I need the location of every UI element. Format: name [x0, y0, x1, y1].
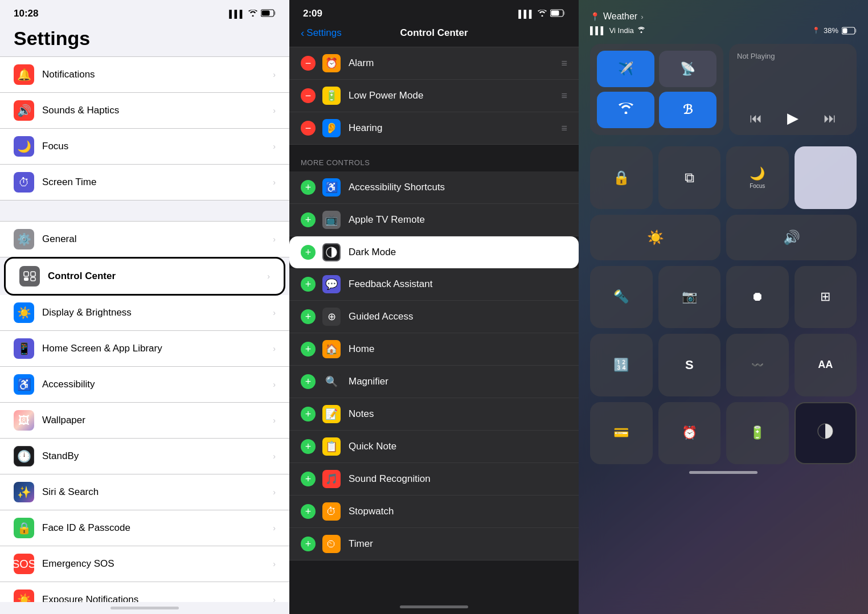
textsize-tile[interactable]: AA	[795, 334, 857, 396]
cc-item-stopwatch[interactable]: + ⏱ Stopwatch	[289, 496, 579, 528]
settings-item-sos[interactable]: SOS Emergency SOS ›	[0, 546, 289, 582]
settings-item-homescreen[interactable]: 📱 Home Screen & App Library ›	[0, 331, 289, 367]
shazam-tile[interactable]: S	[658, 334, 721, 396]
soundrec-tile[interactable]: 〰️	[726, 334, 789, 396]
cc-item-alarm[interactable]: − ⏰ Alarm ≡	[289, 47, 579, 80]
soundrec-label: Sound Recognition	[349, 473, 567, 485]
wallpaper-label: Wallpaper	[42, 415, 271, 426]
brightness-tile[interactable]: ☀️	[590, 215, 720, 260]
cellular-tile[interactable]: 📡	[659, 51, 716, 87]
orientation-tile[interactable]: 🔒	[590, 146, 653, 209]
cc-item-guided[interactable]: + ⊕ Guided Access	[289, 301, 579, 333]
add-accessibility-button[interactable]: +	[301, 180, 316, 195]
qrcode-tile[interactable]: ⊞	[795, 266, 857, 329]
add-quicknote-button[interactable]: +	[301, 439, 316, 454]
guided-label: Guided Access	[349, 311, 567, 322]
mirroring-tile[interactable]: ⧉	[658, 146, 721, 209]
settings-item-display[interactable]: ☀️ Display & Brightness ›	[0, 295, 289, 331]
remove-alarm-button[interactable]: −	[301, 56, 316, 71]
camera-tile[interactable]: 📷	[658, 266, 721, 329]
add-stopwatch-button[interactable]: +	[301, 504, 316, 519]
settings-item-focus[interactable]: 🌙 Focus ›	[0, 129, 289, 165]
home-indicator	[689, 471, 758, 474]
add-timer-button[interactable]: +	[301, 537, 316, 551]
cc-item-quicknote[interactable]: + 📋 Quick Note	[289, 431, 579, 463]
add-guided-button[interactable]: +	[301, 309, 316, 324]
hearing-icon: 👂	[322, 119, 341, 137]
cc-item-home[interactable]: + 🏠 Home	[289, 333, 579, 366]
flashlight-tile[interactable]: 🔦	[590, 266, 653, 329]
add-notes-button[interactable]: +	[301, 407, 316, 421]
add-appletv-button[interactable]: +	[301, 212, 316, 227]
focus-label: Focus	[42, 141, 271, 152]
alarm-tile[interactable]: ⏰	[658, 402, 721, 465]
prev-icon[interactable]: ⏮	[750, 111, 762, 126]
alarm-drag-handle[interactable]: ≡	[561, 58, 567, 69]
volume-tile[interactable]: 🔊	[726, 215, 857, 260]
add-home-button[interactable]: +	[301, 342, 316, 357]
wifi-tile[interactable]	[597, 92, 654, 128]
general-label: General	[42, 234, 271, 245]
settings-item-notifications[interactable]: 🔔 Notifications ›	[0, 56, 289, 93]
bluetooth-tile[interactable]: ℬ	[659, 92, 716, 128]
soundrec-icon: 🎵	[322, 470, 341, 488]
play-icon[interactable]: ▶	[787, 109, 799, 127]
cc-item-soundrec[interactable]: + 🎵 Sound Recognition	[289, 463, 579, 496]
focus-tile-label: Focus	[750, 183, 765, 189]
settings-item-exposure[interactable]: ☀️ Exposure Notifications ›	[0, 582, 289, 602]
add-soundrec-button[interactable]: +	[301, 472, 316, 486]
cc-item-magnifier[interactable]: + 🔍 Magnifier	[289, 366, 579, 398]
settings-item-screentime[interactable]: ⏱ Screen Time ›	[0, 165, 289, 200]
nowplaying-tile[interactable]: Not Playing ⏮ ▶ ⏭	[729, 44, 857, 135]
wallet-tile[interactable]: 💳	[590, 402, 653, 465]
brightness-icon: ☀️	[647, 230, 664, 245]
settings-item-controlcenter[interactable]: Control Center ›	[6, 259, 284, 294]
settings-item-faceid[interactable]: 🔒 Face ID & Passcode ›	[0, 510, 289, 546]
cc-item-lowpower[interactable]: − 🔋 Low Power Mode ≡	[289, 80, 579, 112]
screentime-chevron: ›	[273, 178, 276, 187]
calculator-tile[interactable]: 🔢	[590, 334, 653, 396]
home-label: Home	[349, 343, 567, 355]
settings-item-general[interactable]: ⚙️ General ›	[0, 221, 289, 257]
signal-bars-icon: ▌▌▌	[590, 26, 606, 35]
status-bar-1: 10:28 ▌▌▌	[0, 0, 289, 23]
lowpower-drag-handle[interactable]: ≡	[561, 90, 567, 102]
controlcenter-label: Control Center	[48, 271, 265, 282]
empty-tile-1[interactable]	[795, 146, 857, 209]
battery-tile[interactable]: 🔋	[726, 402, 789, 465]
flashlight-icon: 🔦	[613, 289, 629, 304]
display-icon: ☀️	[14, 302, 34, 323]
add-magnifier-button[interactable]: +	[301, 374, 316, 389]
add-feedback-button[interactable]: +	[301, 277, 316, 292]
svg-rect-12	[855, 29, 857, 32]
settings-item-sounds[interactable]: 🔊 Sounds & Haptics ›	[0, 93, 289, 129]
quicknote-label: Quick Note	[349, 441, 567, 452]
alarm-icon: ⏰	[322, 54, 341, 72]
settings-item-accessibility[interactable]: ♿ Accessibility ›	[0, 367, 289, 403]
cc-item-feedback[interactable]: + 💬 Feedback Assistant	[289, 268, 579, 301]
cc-item-accessibility[interactable]: + ♿ Accessibility Shortcuts	[289, 171, 579, 204]
feedback-icon: 💬	[322, 275, 341, 293]
cc-item-timer[interactable]: + ⏲ Timer	[289, 528, 579, 560]
settings-item-wallpaper[interactable]: 🖼 Wallpaper ›	[0, 403, 289, 439]
darkmode-tile[interactable]	[795, 402, 857, 465]
cc-item-darkmode[interactable]: + Dark Mode	[289, 236, 579, 268]
hearing-drag-handle[interactable]: ≡	[561, 122, 567, 134]
cc-item-notes[interactable]: + 📝 Notes	[289, 398, 579, 431]
add-darkmode-button[interactable]: +	[301, 245, 316, 260]
record-tile[interactable]: ⏺	[726, 266, 789, 329]
cc-back-button[interactable]: ‹ Settings	[301, 27, 342, 39]
settings-item-siri[interactable]: ✨ Siri & Search ›	[0, 474, 289, 510]
next-icon[interactable]: ⏭	[824, 111, 836, 126]
textsize-icon: AA	[818, 359, 833, 371]
cc-item-hearing[interactable]: − 👂 Hearing ≡	[289, 112, 579, 145]
settings-item-standby[interactable]: 🕛 StandBy ›	[0, 439, 289, 474]
remove-lowpower-button[interactable]: −	[301, 88, 316, 103]
cellular-icon: 📡	[680, 62, 695, 76]
stopwatch-icon: ⏱	[322, 502, 341, 521]
airplane-tile[interactable]: ✈️	[597, 51, 654, 87]
remove-hearing-button[interactable]: −	[301, 121, 316, 136]
cc-item-appletv[interactable]: + 📺 Apple TV Remote	[289, 204, 579, 236]
focus-tile[interactable]: 🌙 Focus	[726, 146, 789, 209]
focus-icon: 🌙	[14, 136, 34, 157]
